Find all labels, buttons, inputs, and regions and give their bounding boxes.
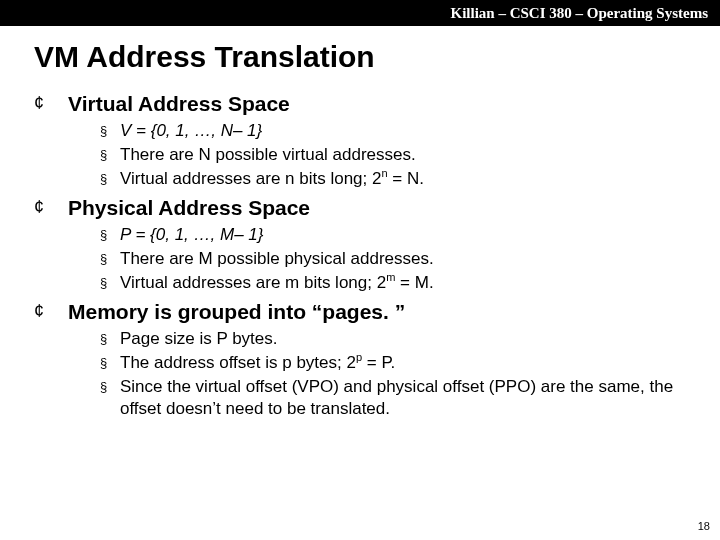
list-item: § The address offset is p bytes; 2p = P. <box>100 352 700 374</box>
bullet-l2-icon: § <box>100 168 120 190</box>
section-items: § V = {0, 1, …, N– 1} § There are N poss… <box>34 120 700 190</box>
list-item: § There are N possible virtual addresses… <box>100 144 700 166</box>
list-item-text: Virtual addresses are n bits long; 2n = … <box>120 168 424 190</box>
list-item-text: Page size is P bytes. <box>120 328 278 350</box>
section-heading-text: Virtual Address Space <box>68 92 290 116</box>
section-heading-text: Physical Address Space <box>68 196 310 220</box>
section-items: § P = {0, 1, …, M– 1} § There are M poss… <box>34 224 700 294</box>
bullet-l2-icon: § <box>100 248 120 270</box>
section-heading: ¢ Memory is grouped into “pages. ” <box>34 300 700 324</box>
bullet-l2-icon: § <box>100 120 120 142</box>
list-item: § V = {0, 1, …, N– 1} <box>100 120 700 142</box>
list-item: § P = {0, 1, …, M– 1} <box>100 224 700 246</box>
section-heading: ¢ Virtual Address Space <box>34 92 700 116</box>
list-item-text: Virtual addresses are m bits long; 2m = … <box>120 272 434 294</box>
list-item-text: There are N possible virtual addresses. <box>120 144 416 166</box>
page-number: 18 <box>698 520 710 532</box>
list-item-text: P = {0, 1, …, M– 1} <box>120 224 263 246</box>
list-item: § Since the virtual offset (VPO) and phy… <box>100 376 700 420</box>
bullet-l1-icon: ¢ <box>34 92 68 114</box>
slide-title: VM Address Translation <box>0 26 720 86</box>
section-heading-text: Memory is grouped into “pages. ” <box>68 300 405 324</box>
slide: Killian – CSCI 380 – Operating Systems V… <box>0 0 720 540</box>
bullet-l2-icon: § <box>100 224 120 246</box>
list-item: § Page size is P bytes. <box>100 328 700 350</box>
slide-content: ¢ Virtual Address Space § V = {0, 1, …, … <box>0 92 720 420</box>
bullet-l2-icon: § <box>100 376 120 398</box>
list-item-text: Since the virtual offset (VPO) and physi… <box>120 376 700 420</box>
bullet-l1-icon: ¢ <box>34 300 68 322</box>
list-item: § Virtual addresses are m bits long; 2m … <box>100 272 700 294</box>
list-item-text: The address offset is p bytes; 2p = P. <box>120 352 395 374</box>
list-item-text: There are M possible physical addresses. <box>120 248 434 270</box>
section-items: § Page size is P bytes. § The address of… <box>34 328 700 420</box>
list-item: § There are M possible physical addresse… <box>100 248 700 270</box>
course-header: Killian – CSCI 380 – Operating Systems <box>0 0 720 26</box>
list-item-text: V = {0, 1, …, N– 1} <box>120 120 262 142</box>
bullet-l2-icon: § <box>100 328 120 350</box>
bullet-l1-icon: ¢ <box>34 196 68 218</box>
list-item: § Virtual addresses are n bits long; 2n … <box>100 168 700 190</box>
section-heading: ¢ Physical Address Space <box>34 196 700 220</box>
bullet-l2-icon: § <box>100 272 120 294</box>
bullet-l2-icon: § <box>100 144 120 166</box>
bullet-l2-icon: § <box>100 352 120 374</box>
